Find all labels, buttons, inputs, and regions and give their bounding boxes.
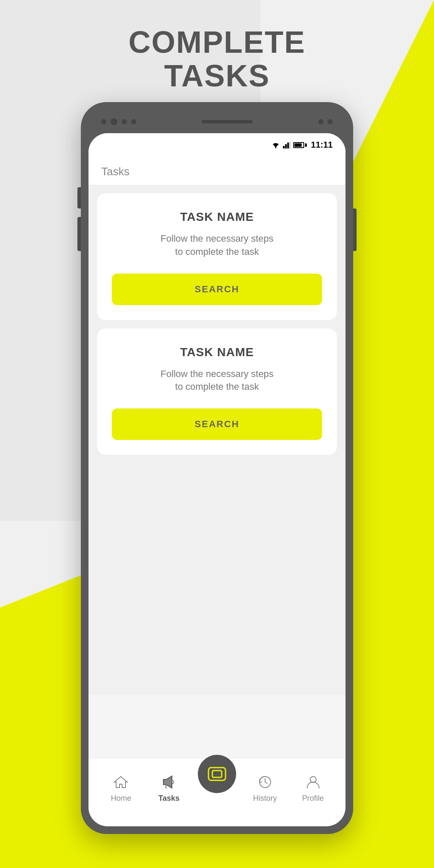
nav-label-tasks: Tasks [158,794,180,803]
tasks-icon [160,774,177,791]
phone-screen: 11:11 Tasks TASK NAME Follow the necessa… [89,133,345,826]
screen-title: Tasks [101,165,333,185]
nav-item-profile[interactable]: Profile [289,774,337,803]
svg-rect-1 [283,146,285,148]
nav-item-home[interactable]: Home [97,774,145,803]
phone-volume-down-button [77,217,81,251]
nav-item-history[interactable]: History [241,774,289,803]
svg-rect-4 [289,142,291,148]
fab-container [193,755,241,797]
sensor-dot-6 [328,119,333,124]
battery-icon [293,142,307,148]
phone-top-bar [89,110,345,133]
search-button-2[interactable]: SEARCH [112,408,322,440]
page-title: COMPLETE TASKS [0,26,434,93]
sensor-dot-4 [131,119,136,124]
phone-power-button [353,208,357,251]
phone-sensors-left [101,118,136,125]
phone-frame: 11:11 Tasks TASK NAME Follow the necessa… [81,102,353,834]
task-card-1: TASK NAME Follow the necessary stepsto c… [97,193,337,320]
status-time: 11:11 [311,140,333,150]
speaker-bar [202,120,253,123]
sensor-dot-3 [122,119,127,124]
bottom-nav: Home Tasks [89,758,345,826]
task-name-1: TASK NAME [112,210,322,224]
history-icon [257,774,274,791]
screen-header-area: Tasks [89,157,345,185]
phone-volume-up-button [77,187,81,208]
page-title-container: COMPLETE TASKS [0,26,434,93]
search-button-1[interactable]: SEARCH [112,274,322,305]
home-icon [112,774,129,791]
fab-button[interactable] [198,755,236,793]
nav-label-profile: Profile [302,794,324,803]
sensor-dot-5 [318,119,323,124]
signal-icon [283,142,291,148]
phone-sensors-right [318,119,333,124]
status-bar: 11:11 [89,133,345,157]
sensor-dot-1 [101,119,106,124]
svg-rect-6 [212,771,222,777]
profile-icon [305,774,322,791]
sensor-dot-2 [111,118,117,125]
svg-rect-3 [287,143,289,148]
task-name-2: TASK NAME [112,345,322,359]
nav-item-tasks[interactable]: Tasks [145,774,193,803]
task-description-2: Follow the necessary stepsto complete th… [112,368,322,394]
nav-label-home: Home [111,794,131,803]
task-description-1: Follow the necessary stepsto complete th… [112,232,322,259]
svg-point-0 [275,147,276,148]
svg-rect-2 [285,144,287,148]
nav-label-history: History [253,794,277,803]
svg-rect-5 [208,768,226,780]
wifi-icon [271,142,280,148]
task-card-2: TASK NAME Follow the necessary stepsto c… [97,328,337,455]
svg-point-8 [310,777,316,782]
status-icons: 11:11 [271,140,333,150]
tasks-area: TASK NAME Follow the necessary stepsto c… [89,185,345,695]
